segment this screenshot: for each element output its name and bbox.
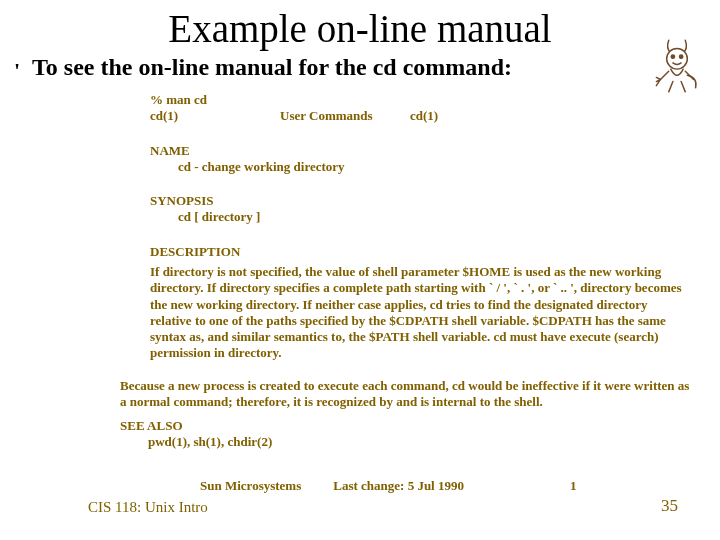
- svg-point-1: [671, 55, 674, 58]
- bsd-daemon-icon: [646, 34, 708, 96]
- man-header-row: cd(1) User Commands cd(1): [150, 108, 480, 124]
- man-description-head: DESCRIPTION: [150, 244, 690, 260]
- man-footer-vendor: Sun Microsystems: [200, 478, 330, 494]
- man-footer-date: Last change: 5 Jul 1990: [333, 478, 513, 494]
- man-header-left: cd(1): [150, 108, 280, 124]
- man-name-body: cd - change working directory: [150, 159, 690, 175]
- man-footer-row: Sun Microsystems Last change: 5 Jul 1990…: [200, 478, 650, 494]
- man-description-p1: If directory is not specified, the value…: [120, 264, 690, 362]
- man-prompt: % man cd: [150, 92, 690, 108]
- man-description-block: If directory is not specified, the value…: [120, 260, 690, 410]
- svg-point-2: [679, 55, 682, 58]
- man-header-right: cd(1): [410, 108, 480, 124]
- man-synopsis-body: cd [ directory ]: [150, 209, 690, 225]
- man-footer-page: 1: [517, 478, 577, 494]
- slide-footer-left: CIS 118: Unix Intro: [88, 499, 208, 516]
- bullet-icon: ': [14, 58, 20, 84]
- slide: Example on-line manual ' To see the on-l…: [0, 0, 720, 540]
- slide-title: Example on-line manual: [0, 6, 720, 51]
- svg-point-0: [667, 48, 688, 69]
- man-header-center: User Commands: [280, 108, 410, 124]
- man-synopsis-head: SYNOPSIS: [150, 193, 690, 209]
- man-seealso-head: SEE ALSO: [120, 418, 690, 434]
- man-seealso-block: SEE ALSO pwd(1), sh(1), chdir(2): [120, 418, 690, 451]
- slide-number: 35: [661, 496, 678, 516]
- subtitle: To see the on-line manual for the cd com…: [32, 54, 512, 81]
- man-name-head: NAME: [150, 143, 690, 159]
- man-seealso-body: pwd(1), sh(1), chdir(2): [120, 434, 690, 450]
- man-page-top: % man cd cd(1) User Commands cd(1) NAME …: [150, 92, 690, 260]
- man-description-p2: Because a new process is created to exec…: [120, 378, 690, 411]
